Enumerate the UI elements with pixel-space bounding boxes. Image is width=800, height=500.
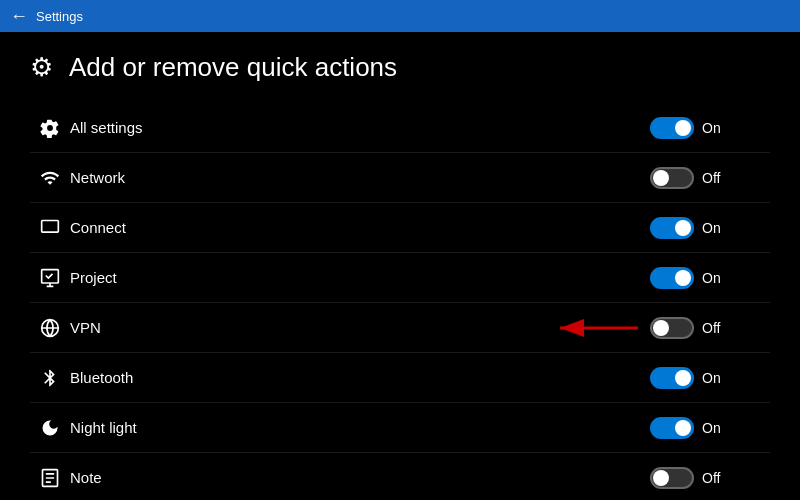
connect-state-label: On bbox=[702, 220, 732, 236]
svg-rect-0 bbox=[42, 220, 59, 232]
settings-row-network: NetworkOff bbox=[30, 153, 770, 203]
bluetooth-state-label: On bbox=[702, 370, 732, 386]
bluetooth-toggle-area: On bbox=[650, 367, 770, 389]
night-light-state-label: On bbox=[702, 420, 732, 436]
note-toggle-knob bbox=[653, 470, 669, 486]
network-toggle-knob bbox=[653, 170, 669, 186]
vpn-arrow-annotation bbox=[550, 313, 640, 343]
bluetooth-icon bbox=[30, 368, 70, 388]
bluetooth-toggle-knob bbox=[675, 370, 691, 386]
settings-row-night-light: Night lightOn bbox=[30, 403, 770, 453]
network-label: Network bbox=[70, 169, 650, 186]
all-settings-toggle-knob bbox=[675, 120, 691, 136]
project-toggle[interactable] bbox=[650, 267, 694, 289]
night-light-label: Night light bbox=[70, 419, 650, 436]
bluetooth-toggle[interactable] bbox=[650, 367, 694, 389]
settings-list: All settingsOnNetworkOffConnectOnProject… bbox=[30, 103, 770, 500]
gear-icon bbox=[30, 118, 70, 138]
night-light-toggle[interactable] bbox=[650, 417, 694, 439]
connect-toggle-knob bbox=[675, 220, 691, 236]
night-light-toggle-knob bbox=[675, 420, 691, 436]
network-icon bbox=[30, 168, 70, 188]
project-toggle-area: On bbox=[650, 267, 770, 289]
vpn-toggle-area: Off bbox=[650, 317, 770, 339]
page-header: ⚙ Add or remove quick actions bbox=[30, 52, 770, 83]
back-button[interactable]: ← bbox=[10, 6, 28, 27]
project-icon bbox=[30, 268, 70, 288]
vpn-toggle[interactable] bbox=[650, 317, 694, 339]
nightlight-icon bbox=[30, 418, 70, 438]
project-state-label: On bbox=[702, 270, 732, 286]
all-settings-toggle-area: On bbox=[650, 117, 770, 139]
connect-label: Connect bbox=[70, 219, 650, 236]
note-state-label: Off bbox=[702, 470, 732, 486]
bluetooth-label: Bluetooth bbox=[70, 369, 650, 386]
vpn-state-label: Off bbox=[702, 320, 732, 336]
note-toggle[interactable] bbox=[650, 467, 694, 489]
note-icon bbox=[30, 468, 70, 488]
all-settings-label: All settings bbox=[70, 119, 650, 136]
project-toggle-knob bbox=[675, 270, 691, 286]
project-label: Project bbox=[70, 269, 650, 286]
note-toggle-area: Off bbox=[650, 467, 770, 489]
main-content: ⚙ Add or remove quick actions All settin… bbox=[0, 32, 800, 500]
page-title: Add or remove quick actions bbox=[69, 52, 397, 83]
settings-row-note: NoteOff bbox=[30, 453, 770, 500]
settings-row-project: ProjectOn bbox=[30, 253, 770, 303]
network-toggle-area: Off bbox=[650, 167, 770, 189]
note-label: Note bbox=[70, 469, 650, 486]
settings-row-bluetooth: BluetoothOn bbox=[30, 353, 770, 403]
settings-row-all-settings: All settingsOn bbox=[30, 103, 770, 153]
connect-toggle-area: On bbox=[650, 217, 770, 239]
night-light-toggle-area: On bbox=[650, 417, 770, 439]
titlebar: ← Settings bbox=[0, 0, 800, 32]
page-header-icon: ⚙ bbox=[30, 52, 53, 83]
vpn-toggle-knob bbox=[653, 320, 669, 336]
network-toggle[interactable] bbox=[650, 167, 694, 189]
all-settings-toggle[interactable] bbox=[650, 117, 694, 139]
settings-row-connect: ConnectOn bbox=[30, 203, 770, 253]
network-state-label: Off bbox=[702, 170, 732, 186]
titlebar-title: Settings bbox=[36, 9, 83, 24]
connect-toggle[interactable] bbox=[650, 217, 694, 239]
connect-icon bbox=[30, 218, 70, 238]
settings-row-vpn: VPN Off bbox=[30, 303, 770, 353]
all-settings-state-label: On bbox=[702, 120, 732, 136]
vpn-icon bbox=[30, 318, 70, 338]
